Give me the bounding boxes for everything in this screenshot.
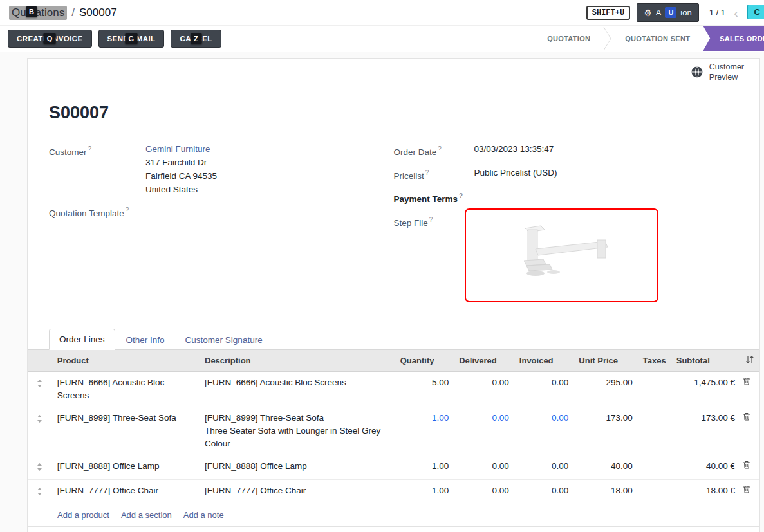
cell-product[interactable]: [FURN_6666] Acoustic Bloc Screens	[52, 371, 200, 407]
tab-other-info[interactable]: Other Info	[116, 330, 174, 350]
cell-taxes[interactable]	[638, 479, 671, 504]
status-step-sales-order[interactable]: SALES ORDER	[703, 26, 764, 51]
optional-columns-button[interactable]	[740, 350, 759, 372]
payment-terms-field: Payment Terms?	[394, 189, 739, 206]
cell-invoiced[interactable]: 0.00	[514, 479, 574, 504]
delete-row-button[interactable]	[740, 407, 759, 455]
step-file-image[interactable]	[465, 208, 658, 302]
column-header-invoiced[interactable]: Invoiced	[514, 350, 574, 372]
help-icon: ?	[429, 216, 433, 223]
pricelist-label: Pricelist?	[394, 166, 474, 183]
cell-quantity[interactable]: 1.00	[395, 479, 454, 504]
customer-preview-label: Customer Preview	[709, 62, 744, 83]
cell-invoiced[interactable]: 0.00	[514, 371, 574, 407]
drag-handle-icon	[37, 415, 42, 423]
pricelist-value[interactable]: Public Pricelist (USD)	[474, 166, 557, 183]
drag-handle[interactable]	[28, 371, 52, 407]
cell-quantity[interactable]: 1.00	[395, 407, 454, 455]
delete-row-button[interactable]	[740, 479, 759, 504]
order-date-value[interactable]: 03/03/2023 13:35:47	[474, 142, 554, 159]
customer-preview-link[interactable]: Customer Preview	[680, 59, 759, 86]
cell-subtotal: 173.00 €	[671, 407, 740, 455]
cell-subtotal: 1,475.00 €	[671, 371, 740, 407]
cell-taxes[interactable]	[638, 407, 671, 455]
cell-delivered[interactable]: 0.00	[454, 479, 514, 504]
page-title: S00007	[49, 103, 738, 123]
keyboard-hint-badge: G	[125, 33, 137, 44]
cell-description[interactable]: [FURN_6666] Acoustic Bloc Screens	[200, 371, 395, 407]
cell-delivered[interactable]: 0.00	[454, 371, 514, 407]
breadcrumb-parent-link[interactable]: Quotations B	[9, 6, 67, 20]
delete-row-button[interactable]	[740, 455, 759, 479]
globe-icon	[691, 66, 703, 78]
tab-customer-signature[interactable]: Customer Signature	[176, 330, 272, 350]
field-groups: Customer? Gemini Furniture 317 Fairchild…	[49, 142, 738, 309]
cell-product[interactable]: [FURN_7777] Office Chair	[52, 479, 200, 504]
drag-handle[interactable]	[28, 455, 52, 479]
cell-taxes[interactable]	[638, 371, 671, 407]
drag-handle[interactable]	[28, 407, 52, 455]
tab-order-lines[interactable]: Order Lines	[49, 329, 115, 350]
add-product-link[interactable]: Add a product	[57, 510, 109, 520]
cell-subtotal: 18.00 €	[671, 479, 740, 504]
action-menu-button[interactable]: ⚙ A U ion	[637, 3, 699, 22]
cell-taxes[interactable]	[638, 455, 671, 479]
table-row: [FURN_7777] Office Chair [FURN_7777] Off…	[28, 479, 759, 504]
quotation-template-field: Quotation Template?	[49, 203, 394, 220]
cell-unit-price[interactable]: 295.00	[573, 371, 638, 407]
trash-icon	[743, 485, 750, 493]
cell-delivered[interactable]: 0.00	[454, 407, 514, 455]
keyboard-hint-badge-corner: C	[747, 5, 764, 19]
pricelist-field: Pricelist? Public Pricelist (USD)	[394, 166, 739, 183]
send-email-button[interactable]: SEND EMAIL G	[98, 30, 165, 48]
trash-icon	[743, 412, 750, 421]
add-section-link[interactable]: Add a section	[121, 510, 172, 520]
drag-handle-icon	[37, 463, 42, 471]
column-header-quantity[interactable]: Quantity	[395, 350, 454, 372]
cell-quantity[interactable]: 5.00	[395, 371, 454, 407]
add-note-link[interactable]: Add a note	[183, 510, 224, 520]
address-line: United States	[145, 183, 217, 196]
drag-handle[interactable]	[28, 479, 52, 504]
sales-order-sheet: Customer Preview S00007 Customer? Gemini…	[27, 58, 760, 532]
breadcrumb: Quotations B / S00007	[9, 6, 117, 20]
content-area: Customer Preview S00007 Customer? Gemini…	[0, 52, 764, 532]
control-panel-bar: CREATE INVOICE Q SEND EMAIL G CANCEL Z Q…	[0, 26, 764, 51]
action-label-post: ion	[680, 8, 691, 17]
step-file-field: Step File?	[394, 213, 739, 302]
customer-link[interactable]: Gemini Furniture	[145, 142, 217, 156]
status-step-quotation[interactable]: QUOTATION	[534, 26, 603, 51]
cell-unit-price[interactable]: 40.00	[573, 455, 638, 479]
step-file-label: Step File?	[394, 213, 465, 302]
cell-delivered[interactable]: 0.00	[454, 455, 514, 479]
cell-product[interactable]: [FURN_8999] Three-Seat Sofa	[52, 407, 200, 455]
cell-invoiced[interactable]: 0.00	[514, 455, 574, 479]
column-header-delivered[interactable]: Delivered	[454, 350, 514, 372]
column-header-taxes[interactable]: Taxes	[638, 350, 671, 372]
table-row: [FURN_8888] Office Lamp [FURN_8888] Offi…	[28, 455, 759, 479]
cell-product[interactable]: [FURN_8888] Office Lamp	[52, 455, 200, 479]
delete-row-button[interactable]	[740, 371, 759, 407]
table-row: [FURN_6666] Acoustic Bloc Screens [FURN_…	[28, 371, 759, 407]
cell-invoiced[interactable]: 0.00	[514, 407, 574, 455]
create-invoice-button[interactable]: CREATE INVOICE Q	[8, 30, 92, 48]
column-header-subtotal[interactable]: Subtotal	[671, 350, 740, 372]
cell-description[interactable]: [FURN_8999] Three-Seat Sofa Three Seater…	[200, 407, 395, 455]
cell-description[interactable]: [FURN_8888] Office Lamp	[200, 455, 395, 479]
cell-unit-price[interactable]: 173.00	[573, 407, 638, 455]
column-header-product[interactable]: Product	[52, 350, 200, 372]
customer-field: Customer? Gemini Furniture 317 Fairchild…	[49, 142, 394, 196]
table-footer-links: Add a product Add a section Add a note	[28, 504, 759, 527]
keyboard-hint-badge: Z	[191, 33, 201, 44]
pager-previous-icon[interactable]: ‹	[732, 6, 740, 19]
cancel-button[interactable]: CANCEL Z	[171, 30, 221, 48]
3d-part-preview	[503, 222, 619, 289]
order-lines-table: Product Description Quantity Delivered I…	[28, 350, 759, 504]
column-header-unit-price[interactable]: Unit Price	[573, 350, 638, 372]
cell-quantity[interactable]: 1.00	[395, 455, 454, 479]
column-header-description[interactable]: Description	[200, 350, 395, 372]
cell-description[interactable]: [FURN_7777] Office Chair	[200, 479, 395, 504]
cell-unit-price[interactable]: 18.00	[573, 479, 638, 504]
status-step-quotation-sent[interactable]: QUOTATION SENT	[612, 26, 703, 51]
payment-terms-label: Payment Terms?	[394, 189, 474, 206]
